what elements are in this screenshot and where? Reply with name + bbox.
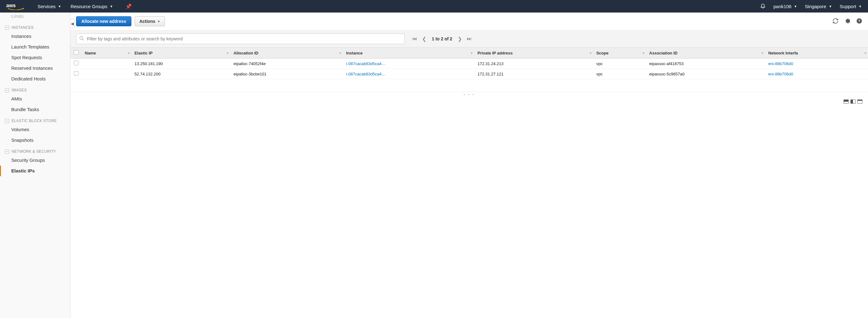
- refresh-icon[interactable]: [832, 18, 839, 25]
- sidebar-group-images[interactable]: −IMAGES: [0, 84, 70, 94]
- caret-down-icon: ▼: [110, 5, 113, 8]
- aws-logo[interactable]: aws: [6, 2, 25, 10]
- sidebar-item-spot-requests[interactable]: Spot Requests: [0, 52, 70, 63]
- cell-association-id: eipassoc-5c9657a0: [646, 69, 765, 79]
- sidebar-item-security-groups[interactable]: Security Groups: [0, 155, 70, 166]
- column-header-elastic-ip[interactable]: Elastic IP▾: [131, 48, 230, 59]
- nav-support[interactable]: Support ▼: [840, 4, 862, 9]
- header-label: Scope: [596, 51, 609, 55]
- instance-link[interactable]: i-087cacab63d5ca4…: [346, 61, 385, 66]
- page-last-icon[interactable]: ⏭: [466, 35, 473, 42]
- sidebar-item-dedicated-hosts[interactable]: Dedicated Hosts: [0, 74, 70, 84]
- nav-resource-groups[interactable]: Resource Groups ▼: [70, 4, 113, 9]
- eni-link[interactable]: eni-88b706d0: [768, 72, 793, 76]
- nav-services-label: Services: [37, 4, 56, 9]
- header-label: Instance: [346, 51, 363, 55]
- caret-down-icon: ▼: [829, 5, 832, 8]
- sort-icon: ▾: [865, 51, 866, 55]
- header-label: Private IP address: [477, 51, 513, 55]
- column-header-association-id[interactable]: Association ID▾: [646, 48, 765, 59]
- page-count: 1 to 2 of 2: [432, 36, 452, 41]
- cell-network-interface[interactable]: eni-88b706d0: [765, 59, 868, 69]
- collapse-toggle-icon[interactable]: −: [5, 119, 9, 123]
- nav-user[interactable]: pank106 ▼: [774, 4, 797, 9]
- sort-icon: ▾: [643, 51, 644, 55]
- nav-support-label: Support: [840, 4, 857, 9]
- cell-instance[interactable]: i-087cacab63d5ca4…: [343, 59, 474, 69]
- sidebar-item-volumes[interactable]: Volumes: [0, 124, 70, 135]
- view-split-icon[interactable]: [850, 99, 856, 104]
- nav-right: pank106 ▼ Singapore ▼ Support ▼: [760, 3, 862, 10]
- cell-instance[interactable]: i-087cacab63d5ca4…: [343, 69, 474, 79]
- column-header-private-ip-address[interactable]: Private IP address▾: [474, 48, 593, 59]
- settings-gear-icon[interactable]: [844, 18, 850, 25]
- collapse-toggle-icon[interactable]: −: [5, 26, 9, 30]
- notifications-icon[interactable]: [760, 3, 766, 10]
- svg-text:aws: aws: [6, 3, 16, 8]
- sidebar-item-elastic-ips[interactable]: Elastic IPs: [0, 166, 70, 176]
- actions-label: Actions: [139, 19, 155, 24]
- cell-elastic-ip: 52.74.132.200: [131, 69, 230, 79]
- table-row[interactable]: 52.74.132.200eipalloc-3bcbe101i-087cacab…: [70, 69, 868, 79]
- row-checkbox[interactable]: [74, 71, 79, 76]
- sidebar-collapse-toggle[interactable]: ◀: [70, 19, 74, 28]
- sidebar-item-limits[interactable]: Limits: [0, 12, 70, 22]
- nav-region[interactable]: Singapore ▼: [805, 4, 832, 9]
- sidebar-item-bundle-tasks[interactable]: Bundle Tasks: [0, 104, 70, 115]
- panel-resize-handle[interactable]: ● ● ●: [70, 92, 868, 97]
- instance-link[interactable]: i-087cacab63d5ca4…: [346, 72, 385, 76]
- page-prev-icon[interactable]: ❮: [421, 35, 427, 42]
- actions-dropdown[interactable]: Actions ▼: [134, 16, 165, 26]
- cell-network-interface[interactable]: eni-88b706d0: [765, 69, 868, 79]
- sidebar: Limits −INSTANCESInstancesLaunch Templat…: [0, 12, 70, 318]
- toolbar: Allocate new address Actions ▼ ?: [70, 12, 868, 30]
- help-icon[interactable]: ?: [856, 18, 862, 25]
- pin-icon[interactable]: 📌: [125, 3, 132, 9]
- view-mode-icons: [844, 99, 862, 104]
- elastic-ips-table: Name▾Elastic IP▾Allocation ID▾Instance▾P…: [70, 48, 868, 79]
- sidebar-item-snapshots[interactable]: Snapshots: [0, 135, 70, 146]
- view-top-icon[interactable]: [844, 99, 848, 104]
- svg-text:?: ?: [858, 19, 860, 23]
- column-header-allocation-id[interactable]: Allocation ID▾: [230, 48, 343, 59]
- view-bottom-icon[interactable]: [857, 99, 862, 104]
- cell-name: [82, 59, 131, 69]
- sidebar-item-launch-templates[interactable]: Launch Templates: [0, 41, 70, 52]
- caret-down-icon: ▼: [58, 5, 61, 8]
- sidebar-group-instances[interactable]: −INSTANCES: [0, 22, 70, 31]
- caret-down-icon: ▼: [157, 20, 160, 23]
- column-header-name[interactable]: Name▾: [82, 48, 131, 59]
- svg-point-3: [80, 37, 83, 39]
- sidebar-item-amis[interactable]: AMIs: [0, 94, 70, 104]
- header-label: Network Interfa: [768, 51, 798, 55]
- main-layout: Limits −INSTANCESInstancesLaunch Templat…: [0, 12, 868, 318]
- allocate-new-address-button[interactable]: Allocate new address: [76, 16, 131, 26]
- content-pane: ◀ Allocate new address Actions ▼ ?: [70, 12, 868, 318]
- filter-bar: ⏮ ❮ 1 to 2 of 2 ❯ ⏭: [70, 30, 868, 48]
- nav-services[interactable]: Services ▼: [37, 4, 61, 9]
- sort-icon: ▾: [471, 51, 472, 55]
- row-checkbox[interactable]: [74, 61, 79, 65]
- table-row[interactable]: 13.250.181.190eipalloc-74052f4ei-087caca…: [70, 59, 868, 69]
- nav-region-label: Singapore: [805, 4, 826, 9]
- page-next-icon[interactable]: ❯: [457, 35, 463, 42]
- column-header-network-interfa[interactable]: Network Interfa▾: [765, 48, 868, 59]
- nav-resource-groups-label: Resource Groups: [70, 4, 107, 9]
- collapse-toggle-icon[interactable]: −: [5, 150, 9, 154]
- sort-icon: ▾: [762, 51, 763, 55]
- filter-input[interactable]: [76, 33, 405, 44]
- collapse-toggle-icon[interactable]: −: [5, 88, 9, 92]
- toolbar-right: ?: [832, 18, 862, 25]
- sidebar-item-instances[interactable]: Instances: [0, 31, 70, 41]
- sidebar-group-elastic-block-store[interactable]: −ELASTIC BLOCK STORE: [0, 115, 70, 124]
- cell-name: [82, 69, 131, 79]
- column-header-scope[interactable]: Scope▾: [593, 48, 646, 59]
- top-nav: aws Services ▼ Resource Groups ▼ 📌 pank1…: [0, 0, 868, 12]
- page-first-icon[interactable]: ⏮: [411, 35, 418, 42]
- select-all-checkbox[interactable]: [74, 50, 79, 55]
- sidebar-group-network-security[interactable]: −NETWORK & SECURITY: [0, 146, 70, 155]
- column-header-instance[interactable]: Instance▾: [343, 48, 474, 59]
- cell-scope: vpc: [593, 59, 646, 69]
- sidebar-item-reserved-instances[interactable]: Reserved Instances: [0, 63, 70, 74]
- eni-link[interactable]: eni-88b706d0: [768, 61, 793, 66]
